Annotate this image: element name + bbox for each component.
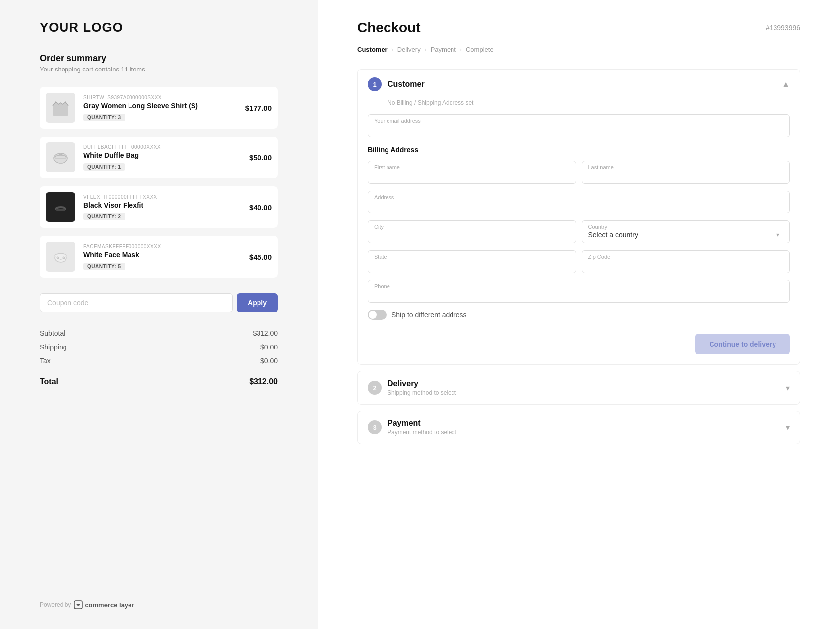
tax-label: Tax xyxy=(40,357,51,365)
order-summary-title: Order summary xyxy=(40,53,278,64)
item-sku: SHIRTWLS9397A0000000SXXX xyxy=(83,95,237,100)
country-label: Country xyxy=(588,224,784,230)
logo: YOUR LOGO xyxy=(40,20,278,35)
coupon-row: Apply xyxy=(40,293,278,312)
step-number-3: 3 xyxy=(368,420,382,434)
ship-to-different-row: Ship to different address xyxy=(368,310,790,320)
subtotal-label: Subtotal xyxy=(40,329,65,337)
breadcrumb-delivery[interactable]: Delivery xyxy=(397,46,421,53)
checkout-header: Checkout #13993996 xyxy=(357,20,800,36)
billing-address-label: Billing Address xyxy=(368,146,790,154)
svg-point-6 xyxy=(63,257,65,259)
item-sku: DUFFLBAGFFFFFF00000XXXX xyxy=(83,144,241,150)
step-customer-header[interactable]: 1 Customer ▲ xyxy=(358,70,800,99)
svg-point-5 xyxy=(57,257,59,259)
item-name: Black Visor Flexfit xyxy=(83,201,241,209)
step-1-label: Customer xyxy=(388,80,425,89)
step-2-sublabel: Shipping method to select xyxy=(388,389,456,396)
powered-by: Powered by commerce layer xyxy=(40,580,278,609)
zip-input[interactable] xyxy=(588,261,784,269)
breadcrumb-payment[interactable]: Payment xyxy=(431,46,456,53)
svg-rect-0 xyxy=(53,105,68,116)
breadcrumb-complete[interactable]: Complete xyxy=(466,46,494,53)
list-item: SHIRTWLS9397A0000000SXXX Gray Women Long… xyxy=(40,87,278,129)
step-2-label: Delivery xyxy=(388,379,456,388)
commerce-layer-icon xyxy=(74,600,83,609)
city-country-row: City Country Select a country xyxy=(368,220,790,243)
order-totals: Subtotal $312.00 Shipping $0.00 Tax $0.0… xyxy=(40,326,278,389)
phone-label: Phone xyxy=(374,283,783,289)
step-payment-header[interactable]: 3 Payment Payment method to select ▾ xyxy=(358,411,800,444)
step-number-1: 1 xyxy=(368,77,382,91)
grand-total-row: Total $312.00 xyxy=(40,371,278,389)
tax-row: Tax $0.00 xyxy=(40,354,278,368)
item-quantity: QUANTITY: 2 xyxy=(83,213,125,220)
shipping-row: Shipping $0.00 xyxy=(40,340,278,354)
chevron-down-delivery-icon: ▾ xyxy=(786,383,790,393)
total-value: $312.00 xyxy=(249,377,278,386)
address-wrapper: Address xyxy=(368,191,790,213)
step-3-label: Payment xyxy=(388,419,456,428)
step-payment: 3 Payment Payment method to select ▾ xyxy=(357,411,800,444)
apply-button[interactable]: Apply xyxy=(237,293,278,312)
ship-to-different-label: Ship to different address xyxy=(391,311,467,319)
first-name-input[interactable] xyxy=(374,171,570,179)
last-name-label: Last name xyxy=(588,164,784,170)
item-name: Gray Women Long Sleeve Shirt (S) xyxy=(83,102,237,110)
step-customer: 1 Customer ▲ No Billing / Shipping Addre… xyxy=(357,69,800,365)
country-wrapper: Country Select a country xyxy=(582,220,790,243)
step-3-sublabel: Payment method to select xyxy=(388,429,456,436)
item-price: $50.00 xyxy=(249,153,272,162)
item-name: White Face Mask xyxy=(83,251,241,259)
zip-label: Zip Code xyxy=(588,254,784,260)
item-price: $45.00 xyxy=(249,253,272,261)
continue-to-delivery-button[interactable]: Continue to delivery xyxy=(695,334,790,354)
commerce-layer-brand: commerce layer xyxy=(85,601,134,609)
item-image-mask xyxy=(46,242,75,272)
email-label: Your email address xyxy=(374,118,783,124)
checkout-title: Checkout xyxy=(357,20,421,36)
state-input[interactable] xyxy=(374,261,570,269)
state-label: State xyxy=(374,254,570,260)
item-image-shirt xyxy=(46,93,75,123)
list-item: DUFFLBAGFFFFFF00000XXXX White Duffle Bag… xyxy=(40,137,278,178)
zip-wrapper: Zip Code xyxy=(582,250,790,273)
svg-rect-3 xyxy=(56,209,65,211)
shipping-label: Shipping xyxy=(40,343,67,351)
total-label: Total xyxy=(40,377,58,386)
country-select[interactable]: Select a country xyxy=(588,231,784,239)
order-number: #13993996 xyxy=(766,24,800,32)
order-items: SHIRTWLS9397A0000000SXXX Gray Women Long… xyxy=(40,87,278,278)
item-sku: VFLEXFIT000000FFFFFXXXX xyxy=(83,194,241,200)
list-item: VFLEXFIT000000FFFFFXXXX Black Visor Flex… xyxy=(40,186,278,228)
phone-wrapper: Phone xyxy=(368,280,790,303)
email-input[interactable] xyxy=(374,125,783,133)
item-image-visor xyxy=(46,192,75,222)
first-name-wrapper: First name xyxy=(368,161,576,184)
city-input[interactable] xyxy=(374,231,570,239)
right-panel: Checkout #13993996 Customer › Delivery ›… xyxy=(318,0,840,629)
step-delivery-header[interactable]: 2 Delivery Shipping method to select ▾ xyxy=(358,371,800,404)
item-quantity: QUANTITY: 1 xyxy=(83,163,125,171)
item-price: $177.00 xyxy=(245,104,272,112)
last-name-wrapper: Last name xyxy=(582,161,790,184)
name-row: First name Last name xyxy=(368,161,790,184)
last-name-input[interactable] xyxy=(588,171,784,179)
state-zip-row: State Zip Code xyxy=(368,250,790,273)
step-number-2: 2 xyxy=(368,381,382,395)
city-wrapper: City xyxy=(368,220,576,243)
item-sku: FACEMASKFFFFF000000XXXX xyxy=(83,244,241,249)
ship-to-different-toggle[interactable] xyxy=(368,310,387,320)
item-quantity: QUANTITY: 3 xyxy=(83,114,125,121)
item-name: White Duffle Bag xyxy=(83,151,241,159)
breadcrumb-customer[interactable]: Customer xyxy=(357,46,388,53)
phone-input[interactable] xyxy=(374,290,783,298)
powered-by-text: Powered by xyxy=(40,601,71,608)
item-quantity: QUANTITY: 5 xyxy=(83,263,125,270)
shipping-value: $0.00 xyxy=(260,343,278,351)
subtotal-value: $312.00 xyxy=(253,329,278,337)
coupon-input[interactable] xyxy=(40,293,233,312)
item-price: $40.00 xyxy=(249,203,272,211)
tax-value: $0.00 xyxy=(260,357,278,365)
address-input[interactable] xyxy=(374,201,783,209)
